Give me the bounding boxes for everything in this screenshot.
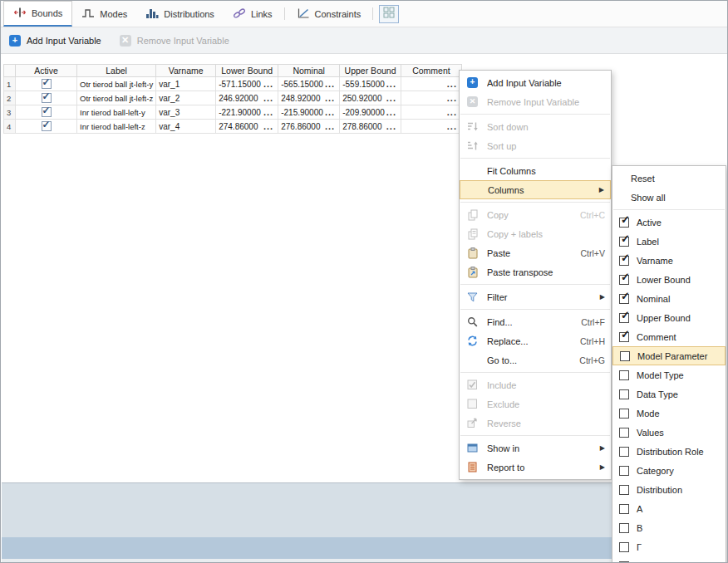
tab-distributions[interactable]: Distributions <box>136 1 224 27</box>
cell-edit-button[interactable]: ... <box>262 109 275 115</box>
menu-item-remove-input-variable[interactable]: ✕ Remove Input Variable <box>460 92 611 111</box>
submenu-item-values[interactable]: Values <box>612 423 726 442</box>
row-number[interactable]: 4 <box>4 120 16 134</box>
add-input-variable-button[interactable]: + Add Input Variable <box>9 35 101 47</box>
menu-item-sort-down[interactable]: Sort down <box>460 117 611 136</box>
column-header-varname[interactable]: Varname <box>156 65 216 77</box>
submenu-item-category[interactable]: Category <box>612 461 726 480</box>
submenu-item-a[interactable]: A <box>612 499 726 518</box>
submenu-item-expression[interactable]: Expression <box>612 556 726 563</box>
upper-bound-value[interactable]: 278.86000 <box>342 122 381 131</box>
submenu-item-comment[interactable]: ✓ Comment <box>612 327 726 346</box>
tab-bounds[interactable]: Bounds <box>3 1 72 27</box>
column-header-lower-bound[interactable]: Lower Bound <box>216 65 278 77</box>
submenu-item-nominal[interactable]: ✓ Nominal <box>612 289 726 308</box>
submenu-item-mode[interactable]: Mode <box>612 404 726 423</box>
cell-edit-button[interactable]: ... <box>323 109 337 115</box>
menu-item-reverse[interactable]: Reverse <box>460 414 611 433</box>
column-header-active[interactable]: Active <box>16 65 77 77</box>
cell-edit-button[interactable]: ... <box>262 95 275 101</box>
cell-edit-button[interactable]: ... <box>445 109 459 115</box>
menu-item-copy-labels[interactable]: Copy + labels <box>460 224 611 243</box>
submenu-item-active[interactable]: ✓ Active <box>612 213 726 232</box>
submenu-item-data-type[interactable]: Data Type <box>612 384 726 404</box>
menu-item-fit-columns[interactable]: Fit Columns <box>460 161 611 180</box>
submenu-item-label[interactable]: ✓ Label <box>612 232 726 251</box>
layout-grid-button[interactable] <box>379 5 399 23</box>
varname-cell[interactable]: var_3 <box>156 105 216 120</box>
varname-cell[interactable]: var_2 <box>156 91 216 105</box>
row-number[interactable]: 1 <box>4 77 16 91</box>
nominal-value[interactable]: -565.15000 <box>281 80 323 89</box>
cell-edit-button[interactable]: ... <box>385 81 398 87</box>
submenu-item-reset[interactable]: Reset <box>612 169 726 188</box>
column-header-comment[interactable]: Comment <box>401 65 461 77</box>
tab-links[interactable]: Links <box>224 1 282 27</box>
row-number[interactable]: 2 <box>4 91 16 105</box>
menu-item-sort-up[interactable]: Sort up <box>460 136 611 155</box>
column-header-nominal[interactable]: Nominal <box>278 65 340 77</box>
submenu-item-show-all[interactable]: Show all <box>612 188 726 207</box>
active-checkbox[interactable]: ✓ <box>42 79 52 89</box>
menu-item-replace[interactable]: Replace... Ctrl+H <box>460 331 611 350</box>
cell-edit-button[interactable]: ... <box>323 123 337 130</box>
label-cell[interactable]: Inr tierod ball-left-z <box>77 120 156 134</box>
cell-edit-button[interactable]: ... <box>262 81 275 87</box>
lower-bound-value[interactable]: 246.92000 <box>219 94 258 103</box>
cell-edit-button[interactable]: ... <box>385 95 398 101</box>
menu-item-report-to[interactable]: Report to ▶ <box>460 458 611 477</box>
menu-item-copy[interactable]: Copy Ctrl+C <box>460 205 611 224</box>
label-cell[interactable]: Inr tierod ball-left-y <box>77 105 156 120</box>
label-cell[interactable]: Otr tierod ball jt-left-y <box>77 77 156 91</box>
active-checkbox[interactable]: ✓ <box>42 121 52 131</box>
menu-item-include[interactable]: Include <box>460 375 611 394</box>
cell-edit-button[interactable]: ... <box>445 123 459 130</box>
nominal-value[interactable]: 248.92000 <box>281 94 320 103</box>
column-header-upper-bound[interactable]: Upper Bound <box>340 65 401 77</box>
nominal-value[interactable]: -215.90000 <box>281 108 323 117</box>
menu-item-exclude[interactable]: Exclude <box>460 394 611 414</box>
menu-item-paste[interactable]: Paste Ctrl+V <box>460 243 611 262</box>
lower-bound-value[interactable]: -571.15000 <box>219 80 261 89</box>
varname-cell[interactable]: var_1 <box>156 77 216 91</box>
remove-input-variable-button[interactable]: ✕ Remove Input Variable <box>120 35 229 47</box>
nominal-value[interactable]: 276.86000 <box>281 122 320 131</box>
cell-edit-button[interactable]: ... <box>445 95 459 101</box>
submenu-item-varname[interactable]: ✓ Varname <box>612 251 726 270</box>
submenu-item-lower-bound[interactable]: ✓ Lower Bound <box>612 270 726 289</box>
column-header-label[interactable]: Label <box>77 65 156 77</box>
varname-cell[interactable]: var_4 <box>156 120 216 134</box>
upper-bound-value[interactable]: -209.90000 <box>342 108 385 117</box>
cell-edit-button[interactable]: ... <box>385 109 398 115</box>
upper-bound-value[interactable]: -559.15000 <box>342 80 385 89</box>
submenu-item-model-parameter[interactable]: Model Parameter <box>612 346 726 365</box>
menu-item-columns[interactable]: Columns ▶ <box>460 180 611 199</box>
menu-item-paste-transpose[interactable]: Paste transpose <box>460 262 611 282</box>
upper-bound-value[interactable]: 250.92000 <box>342 94 381 103</box>
menu-item-filter[interactable]: Filter ▶ <box>460 287 611 306</box>
submenu-item-b[interactable]: B <box>612 518 726 537</box>
lower-bound-value[interactable]: -221.90000 <box>219 108 261 117</box>
tab-constraints[interactable]: Constraints <box>288 1 371 27</box>
active-checkbox[interactable]: ✓ <box>42 107 52 117</box>
cell-edit-button[interactable]: ... <box>445 81 459 87</box>
submenu-item-distribution-role[interactable]: Distribution Role <box>612 442 726 461</box>
submenu-item-model-type[interactable]: Model Type <box>612 365 726 384</box>
menu-item-find[interactable]: Find... Ctrl+F <box>460 312 611 331</box>
cell-edit-button[interactable]: ... <box>262 123 275 130</box>
label-cell[interactable]: Otr tierod ball jt-left-z <box>77 91 156 105</box>
submenu-item-distribution[interactable]: Distribution <box>612 480 726 499</box>
active-checkbox[interactable]: ✓ <box>42 93 52 103</box>
menu-separator <box>460 158 610 159</box>
submenu-item-gamma[interactable]: Γ <box>612 537 726 556</box>
cell-edit-button[interactable]: ... <box>323 81 337 87</box>
row-number[interactable]: 3 <box>4 105 16 120</box>
lower-bound-value[interactable]: 274.86000 <box>219 122 258 131</box>
menu-item-add-input-variable[interactable]: + Add Input Variable <box>460 73 611 92</box>
submenu-item-upper-bound[interactable]: ✓ Upper Bound <box>612 308 726 327</box>
cell-edit-button[interactable]: ... <box>323 95 337 101</box>
menu-item-show-in[interactable]: Show in ▶ <box>460 438 611 458</box>
menu-item-go-to[interactable]: Go to... Ctrl+G <box>460 350 611 370</box>
cell-edit-button[interactable]: ... <box>385 123 398 130</box>
tab-modes[interactable]: Modes <box>72 1 136 27</box>
